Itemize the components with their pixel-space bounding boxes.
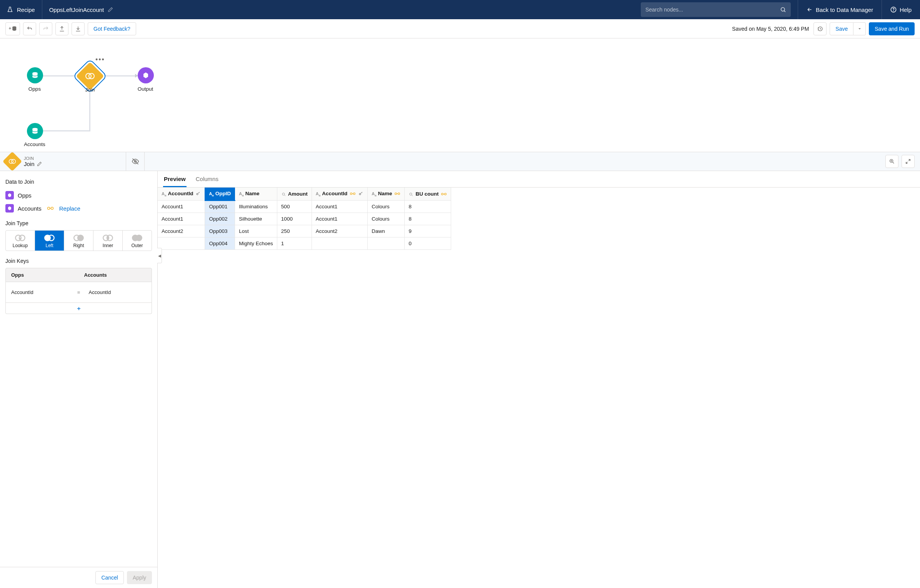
join-key-left[interactable]: AccountId [6, 286, 74, 299]
upload-button[interactable] [55, 22, 68, 35]
column-header-AccountId[interactable]: AaAccountId [158, 188, 205, 201]
cell[interactable]: 500 [277, 201, 312, 213]
cell[interactable]: Account2 [312, 225, 367, 238]
cell[interactable]: Silhouette [235, 213, 277, 225]
recipe-canvas[interactable]: Opps Accounts ••• Join Output [0, 38, 920, 152]
table-row[interactable]: Account1Opp002Silhouette1000Account1Colo… [158, 213, 451, 225]
svg-point-34 [410, 193, 412, 195]
node-opps[interactable] [27, 67, 43, 83]
edit-title-icon[interactable] [108, 7, 113, 12]
column-header-Amount[interactable]: Amount [277, 188, 312, 201]
cell[interactable] [158, 238, 205, 250]
venn-lookup-icon [15, 234, 25, 242]
cell[interactable]: Opp001 [205, 201, 235, 213]
edge-accounts-join-h [43, 130, 89, 131]
cell[interactable]: 8 [405, 213, 451, 225]
join-type-right[interactable]: Right [64, 231, 93, 251]
cell[interactable]: Illuminations [235, 201, 277, 213]
svg-point-32 [395, 193, 397, 195]
column-header-BU_count[interactable]: BU count [405, 188, 451, 201]
join-key-right[interactable]: AccountId [83, 286, 152, 299]
node-accounts[interactable] [27, 123, 43, 139]
feedback-button[interactable]: Got Feedback? [88, 22, 136, 35]
cell[interactable]: Account1 [312, 201, 367, 213]
join-type-lookup[interactable]: Lookup [6, 231, 35, 251]
cell[interactable]: 8 [405, 201, 451, 213]
edge-opps-join [43, 75, 78, 76]
edit-node-name-icon[interactable] [37, 161, 42, 166]
type-icon [281, 192, 287, 196]
collapse-sidepanel[interactable]: ◀ [157, 248, 162, 263]
column-header-Name_r[interactable]: AaName [368, 188, 405, 201]
cell[interactable] [312, 238, 367, 250]
save-button[interactable]: Save [830, 22, 853, 35]
cell[interactable]: Account1 [158, 213, 205, 225]
column-header-OppID[interactable]: AaOppID [205, 188, 235, 201]
cell[interactable]: Account1 [158, 201, 205, 213]
node-join[interactable] [76, 62, 104, 90]
cell[interactable]: Opp002 [205, 213, 235, 225]
search-nodes[interactable] [641, 2, 791, 17]
expand-preview-button[interactable] [902, 155, 915, 168]
node-output-label: Output [130, 86, 161, 92]
tab-columns[interactable]: Columns [195, 171, 219, 187]
redo-button[interactable] [39, 22, 52, 35]
join-type-outer[interactable]: Outer [122, 231, 152, 251]
table-row[interactable]: Account1Opp001Illuminations500Account1Co… [158, 201, 451, 213]
cell[interactable]: Account1 [312, 213, 367, 225]
preview-table-wrap[interactable]: AaAccountIdAaOppIDAaNameAmountAaAccountI… [158, 188, 920, 588]
svg-point-27 [197, 193, 198, 195]
join-type-inner[interactable]: Inner [93, 231, 122, 251]
cell[interactable]: Lost [235, 225, 277, 238]
history-button[interactable] [813, 22, 827, 35]
undo-button[interactable] [23, 22, 36, 35]
node-output[interactable] [138, 67, 154, 83]
join-key-row[interactable]: AccountId=AccountId [5, 282, 152, 303]
cell[interactable]: Account2 [158, 225, 205, 238]
zoom-preview-button[interactable] [885, 155, 898, 168]
cell[interactable] [368, 238, 405, 250]
dataset-icon [31, 71, 39, 79]
cancel-button[interactable]: Cancel [95, 571, 124, 584]
column-header-AccountId_r[interactable]: AaAccountId [312, 188, 367, 201]
back-to-data-manager[interactable]: Back to Data Manager [798, 0, 882, 19]
svg-point-24 [107, 236, 109, 240]
replace-link[interactable]: Replace [59, 205, 80, 212]
table-row[interactable]: Account2Opp003Lost250Account2Dawn9 [158, 225, 451, 238]
equals-icon: = [74, 289, 83, 295]
join-type-label: Inner [103, 243, 113, 248]
cell[interactable]: Mighty Echoes [235, 238, 277, 250]
download-button[interactable] [72, 22, 85, 35]
help-link[interactable]: Help [882, 0, 920, 19]
column-header-Name_l[interactable]: AaName [235, 188, 277, 201]
add-join-key[interactable] [5, 303, 152, 314]
join-type-selector: LookupLeftRightInnerOuter [5, 230, 152, 251]
save-menu-button[interactable] [853, 22, 866, 35]
svg-point-35 [442, 193, 443, 195]
apply-button[interactable]: Apply [127, 571, 152, 584]
search-icon [780, 7, 786, 13]
cell[interactable]: Opp004 [205, 238, 235, 250]
node-join-menu[interactable]: ••• [95, 56, 105, 64]
cell[interactable]: 250 [277, 225, 312, 238]
join-keys-left-header: Opps [6, 268, 79, 282]
toggle-preview-visibility[interactable] [126, 152, 145, 171]
save-and-run-button[interactable]: Save and Run [869, 22, 915, 35]
svg-point-33 [398, 193, 400, 195]
link-icon [441, 191, 447, 197]
cell[interactable]: Opp003 [205, 225, 235, 238]
table-row[interactable]: Opp004Mighty Echoes10 [158, 238, 451, 250]
cell[interactable]: 9 [405, 225, 451, 238]
add-node-button[interactable] [5, 22, 20, 35]
tab-preview[interactable]: Preview [163, 171, 187, 187]
cell[interactable]: 1000 [277, 213, 312, 225]
cell[interactable]: 0 [405, 238, 451, 250]
cell[interactable]: Dawn [368, 225, 405, 238]
cell[interactable]: 1 [277, 238, 312, 250]
recipe-title-area: OppsLeftJoinAccount [42, 7, 120, 13]
search-input[interactable] [641, 2, 791, 17]
join-keys-header: Opps Accounts [5, 268, 152, 282]
cell[interactable]: Colours [368, 201, 405, 213]
join-type-left[interactable]: Left [35, 231, 64, 251]
cell[interactable]: Colours [368, 213, 405, 225]
